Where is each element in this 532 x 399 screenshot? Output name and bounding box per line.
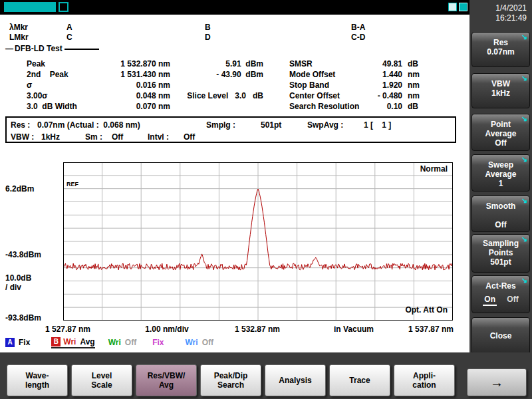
menu-analysis-button[interactable]: Analysis	[265, 364, 326, 396]
sweep-average-button[interactable]: ↘ Sweep Average 1	[471, 154, 530, 192]
measurement-row: 2nd Peak 1 531.430 nm - 43.90 dBm	[27, 70, 263, 80]
intvl-label: Intvl :	[148, 132, 169, 142]
meas-value: 49.81	[366, 59, 402, 70]
fkey-label: Trace	[349, 376, 370, 385]
datetime-display: 1/4/2021 16:21:49	[469, 0, 532, 29]
marker-c-label: C	[66, 33, 72, 42]
swpavg-label: SwpAvg :	[307, 120, 343, 130]
menu-wavelength-button[interactable]: Wave- length	[7, 364, 68, 396]
main-display: λMkr A B B-A LMkr C D C-D — DFB-LD Test …	[0, 15, 469, 352]
meas-unit: nm	[402, 91, 420, 102]
y-axis-label-mid: -43.8dBm	[5, 250, 41, 259]
trace-b-badge[interactable]: B	[51, 337, 61, 346]
fkey-label: Level	[92, 371, 112, 380]
menu-level-scale-button[interactable]: Level Scale	[71, 364, 132, 396]
swpavg-value: 1 [ 1 ]	[364, 120, 391, 130]
act-res-on-option[interactable]: On	[483, 295, 497, 306]
y-axis-scale-label-2: / div	[5, 283, 21, 292]
key-value: 501pt	[472, 257, 529, 267]
corner-arrow-icon: ↘	[521, 235, 527, 243]
sampling-points-button[interactable]: ↘ Sampling Points 501pt	[471, 234, 530, 273]
wavelength-marker-label: λMkr	[9, 23, 28, 32]
meas-value: 0.016 nm	[101, 80, 170, 91]
meas-unit: nm	[402, 80, 420, 91]
corner-arrow-icon: ↘	[521, 155, 527, 164]
opt-att-annotation: Opt. Att On	[405, 305, 448, 315]
meas-name: Search Resolution	[289, 102, 366, 112]
trace-status-bar: A Fix B Wri Avg Wri Off Fix Wri Off	[5, 337, 213, 348]
act-res-button[interactable]: ↘ Act-Res On Off	[471, 275, 530, 313]
key-value: 1kHz	[472, 88, 529, 98]
key-value: 0.07nm	[472, 47, 529, 57]
corner-arrow-icon: ↘	[521, 74, 527, 82]
x-axis-label-center: 1 532.87 nm	[217, 325, 297, 334]
fkey-label: Avg	[159, 380, 174, 390]
key-label: Average	[472, 170, 529, 179]
menu-trace-button[interactable]: Trace	[329, 364, 390, 396]
menu-next-button[interactable]: →	[467, 368, 527, 396]
trace-c-state: Off	[125, 338, 136, 347]
vbw-button[interactable]: ↘ VBW 1kHz	[471, 73, 530, 108]
point-average-button[interactable]: ↘ Point Average Off	[471, 114, 530, 151]
meas-extra: 5.91 dBm	[170, 59, 263, 70]
meas-unit: nm	[402, 70, 420, 80]
fkey-label: cation	[412, 380, 436, 390]
meas-name: σ	[27, 80, 101, 91]
trace-c-mode: Wri	[108, 338, 121, 347]
fkey-label: Analysis	[279, 376, 311, 385]
meas-name: Mode Offset	[289, 70, 366, 80]
fkey-label: Scale	[91, 380, 112, 390]
smplg-value: 501pt	[261, 120, 281, 130]
level-marker-label: LMkr	[9, 33, 29, 42]
date-text: 1/4/2021	[469, 3, 527, 13]
function-key-bar: Wave- length Level Scale Res/VBW/ Avg Pe…	[0, 352, 532, 399]
smplg-label: Smplg :	[206, 120, 235, 130]
menu-res-vbw-avg-button[interactable]: Res/VBW/ Avg	[136, 364, 197, 396]
key-spacer	[472, 211, 529, 220]
corner-arrow-icon: ↘	[521, 196, 527, 205]
meas-name: 3.0 dB Width	[27, 102, 101, 112]
measurement-row: Search Resolution 0.10 dB	[289, 102, 420, 112]
trace-b-submode: Avg	[80, 337, 94, 346]
analysis-results-right: SMSR 49.81 dB Mode Offset 1.440 nm Stop …	[289, 59, 420, 112]
corner-arrow-icon: ↘	[521, 114, 527, 123]
sweep-settings-box: Res : 0.07nm (Actual : 0.068 nm) Smplg :…	[5, 116, 456, 143]
marker-b-minus-a-label: B-A	[351, 23, 365, 32]
window-minimize-icon[interactable]	[448, 3, 457, 11]
titlebar-app-icon	[59, 2, 68, 12]
meas-extra	[170, 80, 263, 91]
meas-name: 2nd Peak	[27, 70, 101, 80]
fkey-label: Appli-	[413, 371, 436, 380]
meas-value: - 0.480	[366, 91, 402, 102]
res-label: Res :	[11, 120, 30, 130]
act-res-off-option[interactable]: Off	[507, 295, 518, 304]
window-maximize-icon[interactable]	[459, 3, 467, 11]
trace-a-badge[interactable]: A	[5, 338, 15, 347]
measurement-row: 3.00σ 0.048 nm Slice Level 3.0 dB	[27, 91, 263, 102]
section-dash: —	[5, 44, 13, 53]
meas-unit: dB	[402, 59, 418, 70]
meas-value: 1.440	[366, 70, 402, 80]
meas-extra: - 43.90 dBm	[170, 70, 263, 80]
menu-peak-dip-search-button[interactable]: Peak/Dip Search	[200, 364, 261, 396]
key-label: Average	[472, 129, 529, 138]
smooth-button[interactable]: ↘ Smooth Off	[471, 196, 530, 232]
vbw-label: VBW :	[11, 132, 34, 142]
titlebar-menu-highlight[interactable]	[4, 2, 56, 12]
meas-value: 0.048 nm	[101, 91, 170, 102]
meas-value: 0.10	[366, 102, 402, 112]
meas-extra: Slice Level 3.0 dB	[170, 91, 263, 102]
analysis-results-left: Peak 1 532.870 nm 5.91 dBm 2nd Peak 1 53…	[27, 59, 263, 112]
spectrum-chart: Normal REF Opt. Att On	[63, 162, 453, 321]
key-value: Off	[472, 220, 529, 229]
res-value: 0.07nm (Actual : 0.068 nm)	[37, 120, 140, 130]
marker-c-minus-d-label: C-D	[351, 33, 365, 42]
res-button[interactable]: ↘ Res 0.07nm	[471, 32, 530, 67]
meas-name: Stop Band	[289, 80, 366, 91]
sm-value: Off	[112, 132, 123, 142]
menu-application-button[interactable]: Appli- cation	[394, 364, 455, 396]
meas-name: SMSR	[289, 59, 366, 70]
fkey-label: Peak/Dip	[214, 371, 248, 380]
close-button[interactable]: Close	[471, 317, 530, 354]
meas-extra	[170, 102, 263, 112]
